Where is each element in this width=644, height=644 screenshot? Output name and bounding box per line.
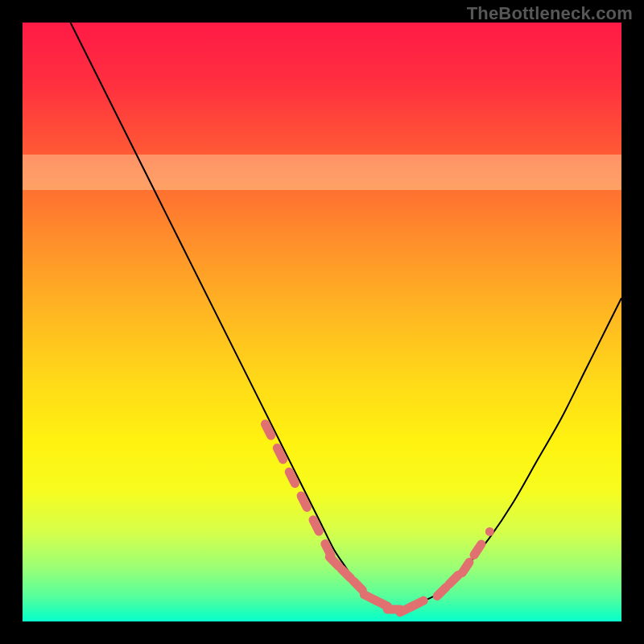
curve-dot xyxy=(301,496,307,507)
chart-frame: TheBottleneck.com xyxy=(0,0,644,644)
curve-dot xyxy=(313,520,319,531)
curve-dot xyxy=(449,575,458,584)
watermark-text: TheBottleneck.com xyxy=(467,3,633,24)
curve-dot xyxy=(462,562,469,572)
bottleneck-curve xyxy=(71,23,621,610)
curve-layer xyxy=(23,23,621,621)
curve-dot xyxy=(329,557,338,566)
plot-area xyxy=(23,23,621,621)
curve-dot xyxy=(341,569,350,578)
curve-dot xyxy=(437,587,446,596)
curve-dot xyxy=(289,472,295,483)
curve-dot xyxy=(277,448,283,460)
curve-dot xyxy=(353,581,362,590)
curve-dot xyxy=(412,601,423,606)
curve-dot xyxy=(474,544,481,555)
curve-dot xyxy=(265,424,270,436)
curve-dots-group xyxy=(265,424,489,613)
